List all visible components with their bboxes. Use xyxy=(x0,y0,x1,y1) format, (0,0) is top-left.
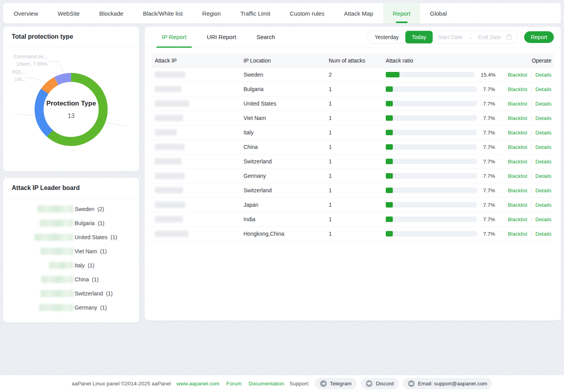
col-num-attacks: Num of attacks xyxy=(326,57,383,64)
blacklist-link[interactable]: Blacklist xyxy=(508,130,527,136)
leaderboard-row: Viet Nam (1) xyxy=(3,244,139,258)
redacted-ip-blur xyxy=(34,234,73,241)
blacklist-link[interactable]: Blacklist xyxy=(508,144,527,150)
divider xyxy=(531,202,532,208)
blacklist-link[interactable]: Blacklist xyxy=(508,101,527,107)
end-date-placeholder[interactable]: End Date xyxy=(478,34,501,40)
details-link[interactable]: Details xyxy=(535,101,551,107)
blacklist-link[interactable]: Blacklist xyxy=(508,86,527,92)
attack-ip-leaderboard-card: Attack IP Leader board Sweden (2)Bulgari… xyxy=(3,178,139,322)
details-link[interactable]: Details xyxy=(535,217,551,222)
blacklist-link[interactable]: Blacklist xyxy=(508,115,527,121)
table-row: India17.7%BlacklistDetails xyxy=(152,212,554,227)
attack-ratio-bar xyxy=(386,115,477,121)
pie-label-line1: SQL... xyxy=(12,68,26,75)
footer-link-documentation[interactable]: Documentation xyxy=(249,381,284,387)
col-ip-location: IP Location xyxy=(240,57,326,64)
attack-ip-cell xyxy=(152,216,240,222)
date-range-picker[interactable]: Start Date → End Date xyxy=(433,34,517,40)
nav-item-attack-map[interactable]: Attack Map xyxy=(334,3,383,23)
ip-location-cell: Japan xyxy=(240,202,326,208)
attack-ratio-bar xyxy=(386,72,474,77)
attack-ip-cell xyxy=(152,72,240,78)
details-link[interactable]: Details xyxy=(535,86,551,92)
attack-ratio-bar xyxy=(386,217,477,222)
attack-ratio-bar-fill xyxy=(386,86,393,92)
details-link[interactable]: Details xyxy=(535,130,551,136)
num-attacks-cell: 1 xyxy=(326,144,383,150)
divider xyxy=(531,174,532,179)
num-attacks-cell: 1 xyxy=(326,158,383,165)
blacklist-link[interactable]: Blacklist xyxy=(508,202,527,208)
attack-ratio-bar-fill xyxy=(386,231,393,236)
col-attack-ip: Attack IP xyxy=(152,57,240,64)
nav-item-blockade[interactable]: Blockade xyxy=(90,3,133,23)
divider xyxy=(531,159,532,164)
nav-item-global[interactable]: Global xyxy=(420,3,457,23)
leaderboard-row: Sweden (2) xyxy=(3,202,139,216)
divider xyxy=(531,116,532,121)
nav-item-black-white-list[interactable]: Black/White list xyxy=(133,3,193,23)
attack-ratio-bar xyxy=(386,101,477,106)
nav-item-traffic-limit[interactable]: Traffic Limit xyxy=(231,3,280,23)
blacklist-link[interactable]: Blacklist xyxy=(508,72,527,78)
operate-cell: BlacklistDetails xyxy=(496,115,554,121)
details-link[interactable]: Details xyxy=(535,173,551,179)
details-link[interactable]: Details xyxy=(535,115,551,121)
attack-ip-cell xyxy=(152,115,240,121)
support-badge-email-support-aapanel-com[interactable]: Email: support@aapanel.com xyxy=(403,378,492,389)
pie-label-line1: Command ex... xyxy=(13,53,48,60)
blacklist-link[interactable]: Blacklist xyxy=(508,188,527,193)
leaderboard-label: Switzerland (1) xyxy=(75,290,113,297)
footer-link-www-aapanel-com[interactable]: www.aapanel.com xyxy=(176,381,219,387)
divider xyxy=(531,101,532,106)
support-badge-telegram[interactable]: Telegram xyxy=(315,378,357,389)
blacklist-link[interactable]: Blacklist xyxy=(508,217,527,222)
report-button[interactable]: Report xyxy=(524,31,554,43)
attack-ratio-bar-fill xyxy=(386,101,393,106)
arrow-right-icon: → xyxy=(468,34,473,40)
yesterday-button[interactable]: Yesterday xyxy=(368,31,405,43)
nav-item-website[interactable]: WebSite xyxy=(48,3,90,23)
num-attacks-cell: 1 xyxy=(326,115,383,121)
redacted-ip-blur xyxy=(41,290,73,297)
attack-ratio-value: 7.7% xyxy=(483,130,495,136)
footer-link-forum[interactable]: Forum xyxy=(226,381,242,387)
redacted-ip-blur xyxy=(41,276,73,283)
num-attacks-cell: 1 xyxy=(326,231,383,237)
tab-search[interactable]: Search xyxy=(246,27,285,47)
report-controls: Yesterday Today Start Date → End Date Re… xyxy=(367,30,554,44)
today-button[interactable]: Today xyxy=(405,31,432,43)
tab-uri-report[interactable]: URI Report xyxy=(197,27,246,47)
ip-location-cell: Germany xyxy=(240,173,326,179)
details-link[interactable]: Details xyxy=(535,202,551,208)
ip-location-cell: China xyxy=(240,144,326,150)
details-link[interactable]: Details xyxy=(535,72,551,78)
ip-location-cell: Italy xyxy=(240,129,326,136)
redacted-ip-blur xyxy=(39,304,73,311)
blacklist-link[interactable]: Blacklist xyxy=(508,173,527,179)
attack-ip-cell xyxy=(152,100,240,107)
redacted-ip-blur xyxy=(155,100,189,107)
details-link[interactable]: Details xyxy=(535,144,551,150)
nav-item-custom-rules[interactable]: Custom rules xyxy=(280,3,334,23)
table-row: Switzerland17.7%BlacklistDetails xyxy=(152,154,554,169)
details-link[interactable]: Details xyxy=(535,188,551,193)
support-badge-discord[interactable]: Discord xyxy=(361,378,399,389)
details-link[interactable]: Details xyxy=(535,159,551,165)
blacklist-link[interactable]: Blacklist xyxy=(508,231,527,237)
tab-ip-report[interactable]: IP Report xyxy=(152,27,197,47)
attack-ip-cell xyxy=(152,158,240,165)
details-link[interactable]: Details xyxy=(535,231,551,237)
table-row: Bulgaria17.7%BlacklistDetails xyxy=(152,82,554,97)
attack-ip-cell xyxy=(152,173,240,179)
attack-ratio-bar xyxy=(386,144,477,150)
table-row: United States17.7%BlacklistDetails xyxy=(152,97,554,111)
attack-ratio-bar-fill xyxy=(386,115,393,121)
nav-item-overview[interactable]: Overview xyxy=(4,3,48,23)
attack-ratio-cell: 7.7% xyxy=(383,86,496,92)
start-date-placeholder[interactable]: Start Date xyxy=(438,34,463,40)
nav-item-report[interactable]: Report xyxy=(383,3,420,23)
blacklist-link[interactable]: Blacklist xyxy=(508,159,527,165)
nav-item-region[interactable]: Region xyxy=(192,3,231,23)
